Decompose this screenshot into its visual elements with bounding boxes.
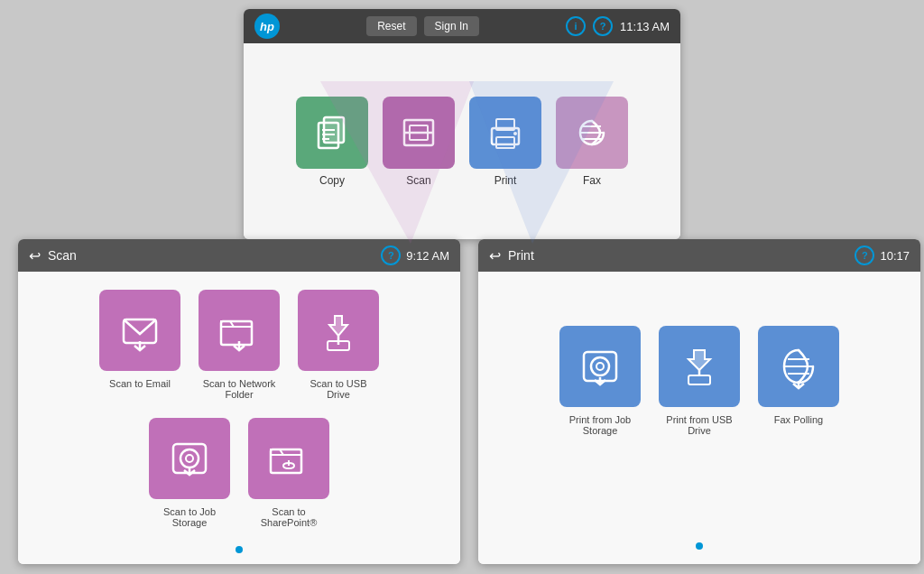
scan-storage-icon (149, 418, 230, 499)
print-screen: ↩ Print ? 10:17 Print from Jo (478, 239, 920, 564)
scan-label: Scan (406, 174, 430, 187)
scan-network-icon (199, 290, 280, 371)
scan-back-icon[interactable]: ↩ (29, 247, 41, 264)
print-storage-tile[interactable]: Print from Job Storage (559, 326, 641, 436)
print-icon (469, 97, 541, 169)
scan-usb-icon (298, 290, 379, 371)
scan-tile[interactable]: Scan (383, 97, 455, 187)
help-icon[interactable]: ? (593, 16, 613, 36)
print-header-right: ? 10:17 (855, 245, 910, 265)
scan-network-tile[interactable]: Scan to Network Folder (199, 290, 280, 400)
svg-point-20 (186, 455, 193, 462)
scan-header-right: ? 9:12 AM (381, 245, 449, 265)
scan-tiles-row1: Scan to Email Scan to Network Folder (99, 290, 379, 400)
fax-polling-tile[interactable]: Fax Polling (758, 326, 839, 436)
scan-usb-tile[interactable]: Scan to USB Drive (298, 290, 379, 400)
scan-usb-label: Scan to USB Drive (298, 378, 379, 400)
fax-label: Fax (583, 174, 601, 187)
main-header: hp Reset Sign In i ? 11:13 AM (244, 9, 680, 43)
scan-screen: ↩ Scan ? 9:12 AM Scan to Email (18, 239, 460, 564)
print-page-indicator (696, 542, 703, 555)
scan-page-indicator (236, 546, 243, 559)
fax-tile[interactable]: Fax (556, 97, 628, 187)
svg-point-11 (513, 132, 517, 135)
fax-polling-label: Fax Polling (774, 414, 823, 425)
scan-email-icon (99, 290, 180, 371)
print-time: 10:17 (880, 249, 910, 263)
print-help-icon[interactable]: ? (855, 245, 874, 265)
svg-point-25 (591, 357, 609, 375)
copy-tile[interactable]: Copy (296, 97, 368, 187)
scan-sharepoint-label: Scan to SharePoint® (248, 506, 329, 528)
scan-title: Scan (48, 248, 77, 263)
scan-help-icon[interactable]: ? (381, 245, 401, 265)
main-body: Copy Scan Print (244, 43, 680, 239)
fax-icon (556, 97, 628, 169)
svg-point-26 (596, 363, 604, 370)
scan-sharepoint-icon (248, 418, 329, 499)
svg-rect-14 (221, 321, 252, 345)
scan-body: Scan to Email Scan to Network Folder (18, 272, 460, 564)
info-icon[interactable]: i (566, 16, 586, 36)
print-back-icon[interactable]: ↩ (489, 247, 501, 264)
svg-rect-22 (271, 449, 301, 473)
main-time: 11:13 AM (620, 20, 670, 33)
hp-logo: hp (254, 14, 280, 39)
print-tile[interactable]: Print (469, 97, 541, 187)
reset-button[interactable]: Reset (366, 16, 416, 36)
copy-icon (296, 97, 368, 169)
scan-dot-1 (236, 546, 243, 553)
signin-button[interactable]: Sign In (424, 16, 479, 36)
scan-tiles-row2: Scan to Job Storage Scan to SharePoint® (149, 418, 329, 528)
print-usb-label: Print from USB Drive (659, 414, 740, 436)
scan-email-label: Scan to Email (109, 378, 171, 389)
print-label: Print (494, 174, 517, 187)
scan-time: 9:12 AM (406, 249, 449, 263)
scan-email-tile[interactable]: Scan to Email (99, 290, 180, 400)
svg-point-19 (180, 449, 199, 468)
print-header: ↩ Print ? 10:17 (478, 239, 920, 272)
scan-header-left: ↩ Scan (29, 247, 77, 264)
print-storage-label: Print from Job Storage (559, 414, 641, 436)
print-usb-icon (659, 326, 740, 407)
main-header-right: i ? 11:13 AM (566, 16, 670, 36)
main-header-buttons: Reset Sign In (366, 16, 479, 36)
copy-label: Copy (319, 174, 345, 187)
print-title: Print (508, 248, 534, 263)
main-screen: hp Reset Sign In i ? 11:13 AM Copy (244, 9, 680, 239)
print-tiles-row: Print from Job Storage Print from USB Dr… (559, 326, 839, 436)
scan-storage-tile[interactable]: Scan to Job Storage (149, 418, 230, 528)
scan-icon (383, 97, 455, 169)
svg-rect-28 (688, 375, 710, 384)
scan-header: ↩ Scan ? 9:12 AM (18, 239, 460, 272)
scan-network-label: Scan to Network Folder (199, 378, 280, 400)
print-dot-1 (696, 542, 703, 550)
print-body: Print from Job Storage Print from USB Dr… (478, 272, 920, 564)
print-usb-tile[interactable]: Print from USB Drive (659, 326, 740, 436)
print-header-left: ↩ Print (489, 247, 534, 264)
scan-storage-label: Scan to Job Storage (149, 506, 230, 528)
fax-polling-icon (758, 326, 839, 407)
print-storage-icon (559, 326, 641, 407)
scan-sharepoint-tile[interactable]: Scan to SharePoint® (248, 418, 329, 528)
svg-rect-10 (496, 137, 514, 148)
